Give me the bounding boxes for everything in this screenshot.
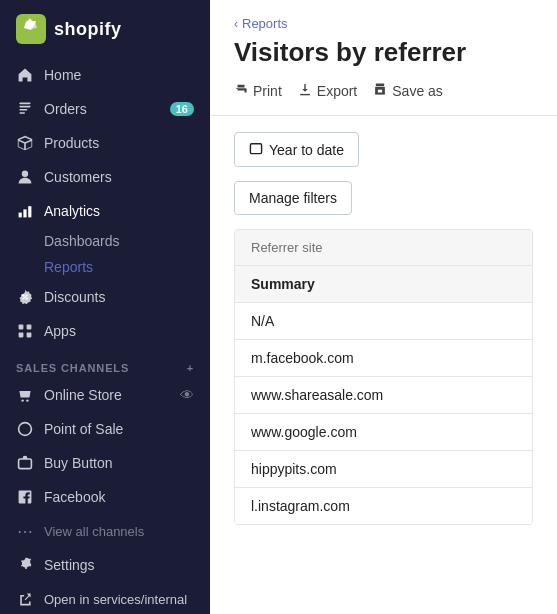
sidebar-item-discounts[interactable]: Discounts bbox=[0, 280, 210, 314]
table-header-label: Referrer site bbox=[251, 240, 323, 255]
buy-button-icon bbox=[16, 454, 34, 472]
sidebar-item-products-label: Products bbox=[44, 135, 99, 151]
svg-point-17 bbox=[26, 399, 28, 401]
sidebar-item-analytics-label: Analytics bbox=[44, 203, 100, 219]
svg-rect-19 bbox=[19, 459, 32, 469]
page-title: Visitors by referrer bbox=[234, 37, 533, 68]
svg-rect-3 bbox=[19, 109, 27, 111]
sidebar-item-products[interactable]: Products bbox=[0, 126, 210, 160]
sidebar-item-discounts-label: Discounts bbox=[44, 289, 105, 305]
svg-rect-8 bbox=[28, 206, 31, 217]
save-as-button[interactable]: Save as bbox=[373, 78, 443, 103]
home-icon bbox=[16, 66, 34, 84]
apps-icon bbox=[16, 322, 34, 340]
facebook-icon bbox=[16, 488, 34, 506]
content-area: Year to date Manage filters Referrer sit… bbox=[210, 116, 557, 541]
sidebar-header: shopify bbox=[0, 0, 210, 58]
print-icon bbox=[234, 82, 248, 99]
svg-point-18 bbox=[19, 423, 32, 436]
table-row-shareasale[interactable]: www.shareasale.com bbox=[235, 377, 532, 414]
svg-rect-7 bbox=[23, 209, 26, 217]
svg-rect-21 bbox=[378, 90, 382, 93]
sidebar-item-settings-label: Settings bbox=[44, 557, 95, 573]
add-channel-icon[interactable]: + bbox=[187, 362, 194, 374]
sidebar-item-settings[interactable]: Settings bbox=[0, 548, 210, 582]
settings-icon bbox=[16, 556, 34, 574]
breadcrumb[interactable]: ‹ Reports bbox=[234, 16, 533, 31]
svg-rect-12 bbox=[19, 325, 24, 330]
view-all-channels-label: View all channels bbox=[44, 524, 144, 539]
customers-icon bbox=[16, 168, 34, 186]
sales-channels-label-text: SALES CHANNELS bbox=[16, 362, 129, 374]
calendar-icon bbox=[249, 141, 263, 158]
svg-point-5 bbox=[22, 171, 28, 177]
sidebar-item-online-store-label: Online Store bbox=[44, 387, 122, 403]
save-as-icon bbox=[373, 82, 387, 99]
export-label: Export bbox=[317, 83, 357, 99]
external-link-icon bbox=[16, 590, 34, 608]
table-cell-google: www.google.com bbox=[251, 424, 357, 440]
sidebar-item-facebook[interactable]: Facebook bbox=[0, 480, 210, 514]
sidebar-item-view-all-channels[interactable]: ⋯ View all channels bbox=[0, 514, 210, 548]
svg-rect-14 bbox=[19, 333, 24, 338]
table-row-mfacebook[interactable]: m.facebook.com bbox=[235, 340, 532, 377]
date-filter-button[interactable]: Year to date bbox=[234, 132, 359, 167]
eye-icon[interactable]: 👁 bbox=[180, 387, 194, 403]
analytics-icon bbox=[16, 202, 34, 220]
sidebar-item-facebook-label: Facebook bbox=[44, 489, 105, 505]
sidebar-item-apps[interactable]: Apps bbox=[0, 314, 210, 348]
svg-rect-22 bbox=[250, 144, 261, 154]
sidebar-item-home-label: Home bbox=[44, 67, 81, 83]
svg-rect-1 bbox=[19, 103, 30, 105]
manage-filters-button[interactable]: Manage filters bbox=[234, 181, 352, 215]
table-row-na[interactable]: N/A bbox=[235, 303, 532, 340]
table-cell-summary: Summary bbox=[251, 276, 315, 292]
sidebar-item-online-store[interactable]: Online Store 👁 bbox=[0, 378, 210, 412]
sidebar-item-point-of-sale[interactable]: Point of Sale bbox=[0, 412, 210, 446]
print-label: Print bbox=[253, 83, 282, 99]
sidebar-item-orders-label: Orders bbox=[44, 101, 87, 117]
toolbar: Print Export Save as bbox=[234, 78, 533, 103]
pos-icon bbox=[16, 420, 34, 438]
table-cell-na: N/A bbox=[251, 313, 274, 329]
sidebar-sub-reports-label: Reports bbox=[44, 259, 93, 275]
sidebar-item-buy-button[interactable]: Buy Button bbox=[0, 446, 210, 480]
shopify-logo-icon bbox=[16, 14, 46, 44]
svg-rect-6 bbox=[19, 213, 22, 218]
sidebar-sub-dashboards[interactable]: Dashboards bbox=[0, 228, 210, 254]
table-row-google[interactable]: www.google.com bbox=[235, 414, 532, 451]
svg-rect-13 bbox=[27, 325, 32, 330]
sidebar-item-apps-label: Apps bbox=[44, 323, 76, 339]
table-row-instagram[interactable]: l.instagram.com bbox=[235, 488, 532, 524]
svg-point-10 bbox=[25, 297, 27, 299]
table-row-summary[interactable]: Summary bbox=[235, 266, 532, 303]
export-button[interactable]: Export bbox=[298, 78, 357, 103]
sidebar-sub-reports[interactable]: Reports bbox=[0, 254, 210, 280]
sidebar-item-home[interactable]: Home bbox=[0, 58, 210, 92]
svg-rect-20 bbox=[376, 83, 384, 86]
orders-badge: 16 bbox=[170, 102, 194, 116]
sidebar-item-open-services[interactable]: Open in services/internal bbox=[0, 582, 210, 614]
sidebar-brand-name: shopify bbox=[54, 19, 122, 40]
sidebar-item-open-services-label: Open in services/internal bbox=[44, 592, 187, 607]
sidebar-item-orders[interactable]: Orders 16 bbox=[0, 92, 210, 126]
svg-rect-15 bbox=[27, 333, 32, 338]
table-cell-mfacebook: m.facebook.com bbox=[251, 350, 354, 366]
export-icon bbox=[298, 82, 312, 99]
main-content: ‹ Reports Visitors by referrer Print Exp… bbox=[210, 0, 557, 614]
sidebar-item-customers-label: Customers bbox=[44, 169, 112, 185]
breadcrumb-chevron-icon: ‹ bbox=[234, 17, 238, 31]
main-header: ‹ Reports Visitors by referrer Print Exp… bbox=[210, 0, 557, 116]
table-row-hippypits[interactable]: hippypits.com bbox=[235, 451, 532, 488]
sidebar-item-customers[interactable]: Customers bbox=[0, 160, 210, 194]
print-button[interactable]: Print bbox=[234, 78, 282, 103]
sidebar: shopify Home Orders 16 Products Customer… bbox=[0, 0, 210, 614]
discounts-icon bbox=[16, 288, 34, 306]
table-cell-shareasale: www.shareasale.com bbox=[251, 387, 383, 403]
svg-rect-4 bbox=[19, 112, 25, 114]
sidebar-item-buy-button-label: Buy Button bbox=[44, 455, 113, 471]
more-icon: ⋯ bbox=[16, 522, 34, 540]
svg-rect-2 bbox=[19, 106, 30, 108]
svg-point-16 bbox=[21, 399, 23, 401]
sidebar-item-analytics[interactable]: Analytics bbox=[0, 194, 210, 228]
